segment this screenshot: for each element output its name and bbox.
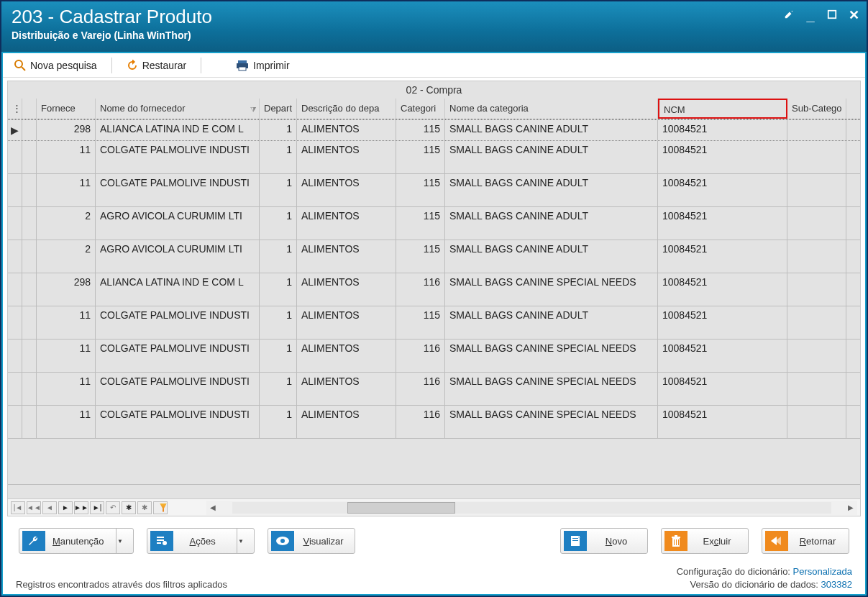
cell-fornecedor: 11 [37, 306, 96, 339]
svg-line-2 [22, 67, 25, 70]
retornar-button[interactable]: Retornar [762, 528, 849, 554]
cell-nome-fornecedor: AGRO AVICOLA CURUMIM LTI [96, 240, 260, 273]
maximize-icon[interactable] [826, 9, 838, 22]
app-window: 203 - Cadastrar Produto Distribuição e V… [0, 0, 868, 597]
dropdown-icon[interactable]: ▼ [237, 529, 245, 553]
row-selector [22, 207, 37, 240]
cell-nome-categoria: SMALL BAGS CANINE ADULT [445, 207, 658, 240]
col-nome-categoria[interactable]: Nome da categoria [445, 99, 658, 119]
config-label: Configuração do dicionário: [677, 566, 790, 577]
cell-ncm: 10084521 [658, 207, 787, 240]
dropdown-icon[interactable]: ▼ [116, 529, 124, 553]
cell-nome-categoria: SMALL BAGS CANINE SPECIAL NEEDS [445, 406, 658, 438]
table-row[interactable]: 11COLGATE PALMOLIVE INDUSTI1ALIMENTOS115… [8, 174, 860, 207]
print-button[interactable]: Imprimir [230, 58, 296, 73]
cell-nome-categoria: SMALL BAGS CANINE SPECIAL NEEDS [445, 373, 658, 405]
cell-departamento: 1 [260, 306, 297, 339]
col-selector[interactable] [22, 99, 37, 119]
nav-last[interactable]: ►| [90, 501, 104, 514]
cell-categoria: 115 [396, 207, 445, 240]
nav-prev-page[interactable]: ◄◄ [27, 501, 41, 514]
nav-next[interactable]: ► [58, 501, 73, 514]
restore-button[interactable]: Restaurar [121, 58, 192, 73]
row-indicator: ▶ [8, 120, 22, 140]
row-selector [22, 373, 37, 405]
edit-icon[interactable] [783, 9, 795, 22]
data-grid[interactable]: 02 - Compra ⋮⋮ Fornece Nome do fornecedo… [7, 81, 861, 516]
scroll-thumb[interactable] [347, 502, 455, 514]
cell-desc-departamento: ALIMENTOS [297, 339, 396, 372]
nav-filter[interactable] [153, 501, 168, 514]
scroll-track[interactable] [232, 502, 831, 514]
table-row[interactable]: 298ALIANCA LATINA IND E COM L1ALIMENTOS1… [8, 273, 860, 306]
table-row[interactable]: 11COLGATE PALMOLIVE INDUSTI1ALIMENTOS116… [8, 339, 860, 373]
novo-label: Novo [594, 536, 639, 547]
scroll-right-icon[interactable]: ▶ [844, 502, 857, 514]
window-title: 203 - Cadastrar Produto [12, 6, 856, 28]
table-row[interactable]: 2AGRO AVICOLA CURUMIM LTI1ALIMENTOS115SM… [8, 240, 860, 273]
horizontal-scrollbar[interactable]: ◀ ▶ [206, 501, 857, 515]
table-row[interactable]: 11COLGATE PALMOLIVE INDUSTI1ALIMENTOS115… [8, 141, 860, 174]
cell-nome-categoria: SMALL BAGS CANINE ADULT [445, 174, 658, 206]
table-row[interactable]: 11COLGATE PALMOLIVE INDUSTI1ALIMENTOS115… [8, 306, 860, 339]
col-indicator[interactable]: ⋮⋮ [8, 99, 22, 119]
col-ncm[interactable]: NCM [658, 99, 787, 119]
nav-first[interactable]: |◄ [11, 501, 25, 514]
visualizar-button[interactable]: Visualizar [268, 528, 355, 554]
acoes-button[interactable]: Ações ▼ [147, 528, 255, 554]
cell-fornecedor: 11 [37, 339, 96, 372]
close-icon[interactable]: ✕ [848, 7, 859, 23]
novo-button[interactable]: Novo [560, 528, 648, 554]
cell-nome-fornecedor: COLGATE PALMOLIVE INDUSTI [96, 339, 260, 372]
table-row[interactable]: 11COLGATE PALMOLIVE INDUSTI1ALIMENTOS116… [8, 406, 860, 439]
col-sub-categoria[interactable]: Sub-Catego [787, 99, 846, 119]
row-selector [22, 141, 37, 173]
nav-bookmark2[interactable]: ✱ [137, 501, 152, 514]
col-fornecedor[interactable]: Fornece [37, 99, 96, 119]
svg-point-1 [15, 60, 22, 68]
filter-glyph-icon[interactable]: ⧩ [250, 103, 256, 117]
cell-categoria: 115 [396, 120, 445, 140]
cell-nome-categoria: SMALL BAGS CANINE ADULT [445, 141, 658, 173]
manutencao-button[interactable]: Manutenção ▼ [19, 528, 134, 554]
col-departamento[interactable]: Depart [260, 99, 297, 119]
col-nome-fornecedor[interactable]: Nome do fornecedor⧩ [96, 99, 260, 119]
wrench-icon [22, 531, 45, 551]
filter-row[interactable] [8, 484, 860, 498]
new-search-button[interactable]: Nova pesquisa [9, 58, 103, 73]
status-bar: Registros encontrados através dos filtro… [3, 562, 865, 594]
print-label: Imprimir [253, 60, 290, 71]
col-desc-departamento[interactable]: Descrição do depa [297, 99, 396, 119]
cell-fornecedor: 11 [37, 174, 96, 206]
excluir-button[interactable]: Excluir [661, 528, 749, 554]
cell-ncm: 10084521 [658, 174, 787, 206]
cell-fornecedor: 2 [37, 207, 96, 240]
cell-fornecedor: 11 [37, 141, 96, 173]
minimize-icon[interactable]: _ [805, 12, 816, 19]
col-categoria[interactable]: Categori [396, 99, 445, 119]
scroll-left-icon[interactable]: ◀ [206, 502, 219, 514]
grid-rows: ▶298ALIANCA LATINA IND E COM L1ALIMENTOS… [8, 119, 860, 484]
svg-rect-5 [239, 67, 246, 70]
cell-categoria: 116 [396, 406, 445, 438]
nav-prev[interactable]: ◄ [42, 501, 57, 514]
cell-nome-categoria: SMALL BAGS CANINE SPECIAL NEEDS [445, 273, 658, 306]
row-indicator [8, 273, 22, 306]
cell-fornecedor: 11 [37, 406, 96, 438]
cell-nome-categoria: SMALL BAGS CANINE ADULT [445, 120, 658, 140]
table-row[interactable]: 2AGRO AVICOLA CURUMIM LTI1ALIMENTOS115SM… [8, 207, 860, 240]
list-gear-icon [150, 531, 173, 551]
cell-categoria: 115 [396, 240, 445, 273]
nav-bookmark[interactable]: ✱ [122, 501, 136, 514]
version-value-link[interactable]: 303382 [821, 579, 852, 590]
cell-nome-fornecedor: COLGATE PALMOLIVE INDUSTI [96, 174, 260, 206]
cell-nome-fornecedor: ALIANCA LATINA IND E COM L [96, 120, 260, 140]
nav-next-page[interactable]: ►► [74, 501, 88, 514]
cell-ncm: 10084521 [658, 339, 787, 372]
svg-rect-13 [572, 538, 578, 539]
table-row[interactable]: 11COLGATE PALMOLIVE INDUSTI1ALIMENTOS116… [8, 373, 860, 406]
nav-refresh[interactable]: ↶ [106, 501, 120, 514]
config-value-link[interactable]: Personalizada [793, 566, 852, 577]
table-row[interactable]: ▶298ALIANCA LATINA IND E COM L1ALIMENTOS… [8, 119, 860, 141]
window-subtitle: Distribuição e Varejo (Linha WinThor) [12, 29, 856, 41]
